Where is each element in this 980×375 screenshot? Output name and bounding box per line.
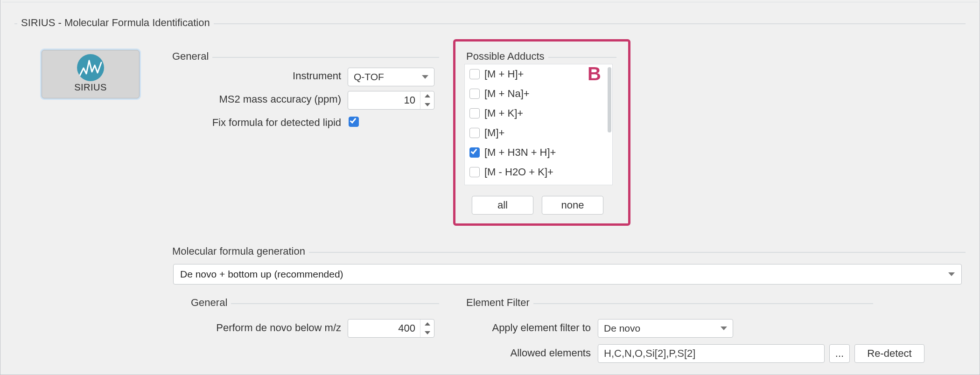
allowed-elements-more-button[interactable]: ... <box>829 344 850 363</box>
adduct-item[interactable]: [M + H]+ <box>465 64 612 84</box>
adduct-checkbox[interactable] <box>469 69 480 79</box>
apply-filter-value: De novo <box>604 323 640 334</box>
adduct-label: [M + Na]+ <box>484 88 530 100</box>
denovo-label: Perform de novo below m/z <box>187 322 341 334</box>
adduct-item[interactable]: [M + H3N + H]+ <box>465 143 612 162</box>
adduct-label: [M + H]+ <box>484 68 524 80</box>
adducts-select-all-button[interactable]: all <box>472 196 533 215</box>
instrument-label: Instrument <box>168 70 341 82</box>
adduct-checkbox[interactable] <box>469 167 480 177</box>
adduct-label: [M + H3N + H]+ <box>484 146 556 159</box>
adduct-item[interactable]: [M]+ <box>465 123 612 143</box>
spinner-down-icon[interactable] <box>420 328 434 337</box>
sirius-icon <box>77 54 104 81</box>
mfg-title: Molecular formula generation <box>168 245 309 257</box>
spinner-up-icon[interactable] <box>420 91 434 100</box>
ms2-accuracy-label: MS2 mass accuracy (ppm) <box>168 93 341 105</box>
sirius-panel: SIRIUS - Molecular Formula Identificatio… <box>0 0 980 375</box>
instrument-value: Q-TOF <box>354 71 384 83</box>
scrollbar-thumb[interactable] <box>608 67 611 132</box>
adduct-label: [M - H2O + K]+ <box>484 166 553 178</box>
adduct-item[interactable]: [M + Na]+ <box>465 84 612 104</box>
general-title: General <box>168 50 212 62</box>
adducts-all-label: all <box>497 199 508 211</box>
redetect-button[interactable]: Re-detect <box>854 344 924 363</box>
sirius-module-button[interactable]: SIRIUS <box>42 50 140 98</box>
chevron-down-icon <box>948 272 955 276</box>
spinner-up-icon[interactable] <box>420 319 434 328</box>
denovo-spinner[interactable]: 400 <box>348 319 434 338</box>
mfg-strategy-value: De novo + bottom up (recommended) <box>180 269 343 280</box>
apply-filter-label: Apply element filter to <box>462 322 591 334</box>
fix-formula-checkbox[interactable] <box>349 117 359 127</box>
spinner-down-icon[interactable] <box>420 100 434 109</box>
adduct-checkbox[interactable] <box>469 108 480 118</box>
adducts-select-none-button[interactable]: none <box>542 196 603 215</box>
adducts-title: Possible Adducts <box>462 50 548 62</box>
ms2-accuracy-value: 10 <box>348 91 420 109</box>
mfg-general-title: General <box>187 297 231 309</box>
adduct-item[interactable]: [M + K]+ <box>465 104 612 123</box>
allowed-elements-label: Allowed elements <box>462 347 591 359</box>
element-filter-title: Element Filter <box>462 297 533 309</box>
denovo-value: 400 <box>348 319 420 337</box>
adduct-label: [M + K]+ <box>484 107 523 119</box>
more-label: ... <box>835 347 844 360</box>
adduct-label: [M]+ <box>484 127 504 139</box>
adduct-checkbox[interactable] <box>469 128 480 138</box>
ms2-accuracy-spinner[interactable]: 10 <box>348 91 434 110</box>
chevron-down-icon <box>422 75 428 79</box>
redetect-label: Re-detect <box>867 347 911 360</box>
allowed-elements-input[interactable]: H,C,N,O,Si[2],P,S[2] <box>598 344 825 363</box>
adduct-checkbox[interactable] <box>469 89 480 99</box>
adducts-list[interactable]: [M + H]+ [M + Na]+ [M + K]+ [M]+ [M + H3… <box>464 64 613 185</box>
sirius-module-label: SIRIUS <box>42 82 139 93</box>
adduct-item[interactable]: [M - H2O + K]+ <box>465 162 612 182</box>
mfg-strategy-select[interactable]: De novo + bottom up (recommended) <box>173 264 962 285</box>
chevron-down-icon <box>721 326 727 330</box>
apply-filter-select[interactable]: De novo <box>598 319 733 338</box>
instrument-select[interactable]: Q-TOF <box>348 68 434 86</box>
fix-formula-label: Fix formula for detected lipid <box>168 117 341 129</box>
adduct-checkbox[interactable] <box>469 147 480 158</box>
panel-title: SIRIUS - Molecular Formula Identificatio… <box>17 17 214 29</box>
adducts-none-label: none <box>561 199 584 211</box>
allowed-elements-value: H,C,N,O,Si[2],P,S[2] <box>604 347 695 360</box>
